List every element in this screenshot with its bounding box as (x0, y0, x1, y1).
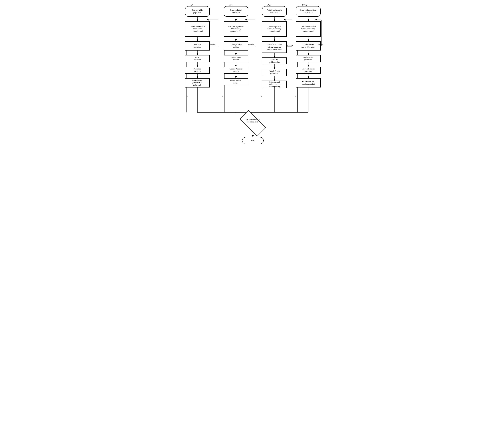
n-label-ga: N (187, 96, 188, 97)
n-label-ssa: N (222, 96, 223, 97)
n-label-pso: N (261, 96, 262, 97)
pso-speed-box: Speed and position update (262, 57, 287, 64)
ga-init-box: Generate initial population (185, 6, 210, 17)
ssa-init-box: Generate initial population (224, 6, 248, 17)
ssa-predator-box: Update Predator position (224, 67, 248, 74)
iteration-label-pso: iteration (287, 44, 293, 46)
termination-text: Are the termination conditions met? (240, 118, 265, 123)
header-ssa: SSA (229, 4, 233, 6)
termination-diamond-wrapper (240, 116, 266, 131)
gwo-pack-box: Pack fitness and location updating (296, 78, 321, 88)
ssa-scout-box: Update scout position (224, 55, 248, 62)
pso-init-box: Particle and velocity initialization (262, 6, 287, 17)
ssa-fitness-box: Calculate population fitness using optim… (224, 21, 248, 37)
header-ga: GA (190, 4, 193, 6)
pso-fitness-box: Calculate particle fitness value using o… (262, 21, 287, 37)
gwo-update-box: Update current grey wolf location (296, 41, 321, 51)
iteration-label-ssa: iteration (248, 44, 254, 45)
ssa-producer-box: Update producer position (224, 41, 248, 51)
flowchart-diagram: GA SSA PSO GWO Generate initial populati… (183, 3, 321, 165)
ga-fitness-box: Calculate individual fitness using optim… (185, 21, 210, 37)
termination-diamond (240, 110, 266, 136)
gwo-init-box: Grey wolf population initialization (296, 6, 321, 17)
pso-search-box: Search for individual extreme value and … (262, 41, 287, 53)
gwo-fitness-box: Calculate individual fitness value using… (296, 21, 321, 37)
ga-selection-box: Selection operation (185, 41, 210, 51)
n-label-gwo: N (295, 96, 296, 97)
ssa-optimal-box: Obtain optimal fitness (224, 78, 248, 85)
pso-extreme-box: Individual and global extreme value upda… (262, 81, 287, 88)
header-pso: PSO (268, 4, 271, 6)
end-box: End (242, 137, 264, 144)
iteration-label-ga: iteration (210, 44, 216, 45)
ga-mutation-box: Mutation operation (185, 67, 210, 74)
y-label: Y (252, 131, 253, 133)
iteration-label-gwo: iteration (318, 44, 324, 45)
gwo-wolf-fit-box: Grey wolf fitness calculation (296, 67, 321, 74)
gwo-other-box: Update other parameters (296, 55, 321, 62)
pso-particle-fit-box: Particle fitness calculation (262, 69, 287, 76)
header-gwo: GWO (302, 4, 307, 6)
ga-newgen-box: Generate new generation of individuals (185, 78, 210, 88)
ga-cross-box: Cross operation (185, 55, 210, 62)
